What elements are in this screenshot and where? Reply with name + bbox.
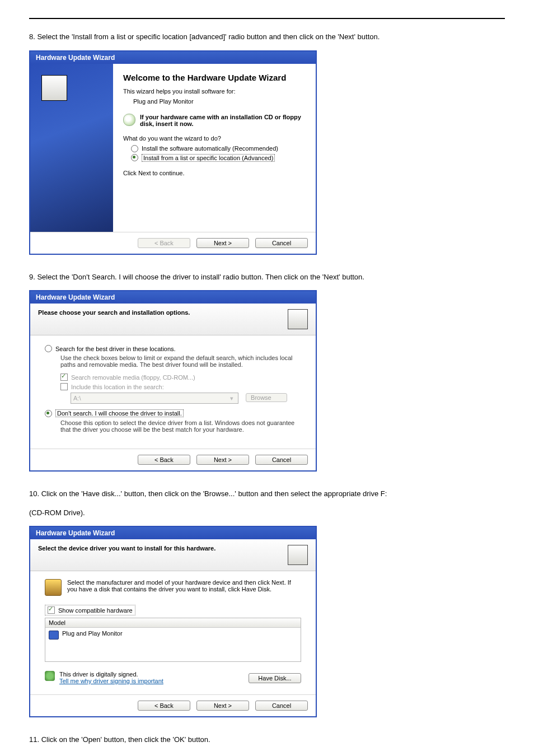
dialog-title: Hardware Update Wizard (30, 291, 316, 304)
model-list-item[interactable]: Plug and Play Monitor (45, 628, 301, 661)
radio-on-icon (131, 154, 138, 161)
wizard-heading: Welcome to the Hardware Update Wizard (123, 73, 306, 82)
hardware-wizard-dialog-3: Hardware Update Wizard Select the device… (29, 526, 317, 717)
wizard-question: What do you want the wizard to do? (123, 135, 306, 142)
checkbox-on-icon (60, 374, 68, 381)
next-button[interactable]: Next > (196, 238, 249, 248)
wizard-icon (41, 75, 67, 101)
dialog-title: Hardware Update Wizard (30, 527, 316, 539)
certificate-icon (45, 671, 55, 681)
hardware-wizard-dialog-1: Hardware Update Wizard Welcome to the Ha… (29, 50, 317, 255)
checkbox-show-compatible[interactable]: Show compatible hardware (45, 605, 135, 615)
dialog3-header: Select the device driver you want to ins… (38, 545, 216, 552)
cancel-button[interactable]: Cancel (255, 701, 308, 711)
checkbox-show-compatible-label: Show compatible hardware (58, 607, 133, 614)
location-path-input: A:\▾ (71, 393, 238, 404)
dialog-title: Hardware Update Wizard (30, 52, 316, 64)
wizard-note: If your hardware came with an installati… (140, 114, 306, 127)
wizard-sidebar (30, 64, 113, 232)
step-11: 11. Click on the 'Open' button, then cli… (29, 734, 505, 745)
wizard-continue-hint: Click Next to continue. (123, 170, 306, 176)
radio-dont-search[interactable]: Don't search. I will choose the driver t… (45, 409, 301, 417)
chevron-down-icon: ▾ (230, 393, 233, 403)
cd-icon (123, 114, 135, 126)
wizard-icon (288, 309, 308, 329)
step-9: 9. Select the 'Don't Search. I will choo… (29, 272, 505, 283)
have-disk-button[interactable]: Have Disk... (249, 673, 301, 683)
step-10b: (CD-ROM Drive). (29, 507, 505, 519)
back-button: < Back (138, 238, 190, 248)
radio-on-icon (45, 410, 52, 417)
radio-off-icon (45, 345, 52, 352)
radio-dont-search-label: Don't search. I will choose the driver t… (55, 409, 184, 417)
driver-signed-text: This driver is digitally signed. (59, 671, 163, 678)
checkbox-include-location: Include this location in the search: (60, 383, 301, 390)
back-button[interactable]: < Back (138, 455, 190, 465)
back-button[interactable]: < Back (138, 701, 190, 711)
checkbox-on-icon (48, 606, 55, 614)
model-list-item-label: Plug and Play Monitor (62, 630, 123, 637)
hardware-icon (45, 579, 62, 596)
wizard-icon (288, 545, 308, 565)
next-button[interactable]: Next > (196, 455, 249, 465)
model-column-header: Model (45, 618, 301, 628)
browse-button: Browse (246, 393, 287, 402)
cancel-button[interactable]: Cancel (255, 238, 308, 248)
radio-search-best[interactable]: Search for the best driver in these loca… (45, 345, 301, 352)
radio-auto-install[interactable]: Install the software automatically (Reco… (123, 145, 306, 152)
radio-auto-install-label: Install the software automatically (Reco… (142, 145, 278, 152)
step-10a: 10. Click on the 'Have disk...' button, … (29, 488, 505, 500)
wizard-device-name: Plug and Play Monitor (123, 98, 306, 105)
hardware-wizard-dialog-2: Hardware Update Wizard Please choose you… (29, 290, 317, 472)
dont-search-help: Choose this option to select the device … (60, 419, 301, 433)
checkbox-off-icon (60, 383, 68, 390)
model-list: Model Plug and Play Monitor (45, 618, 301, 662)
top-rule (29, 18, 505, 19)
checkbox-removable: Search removable media (floppy, CD-ROM..… (60, 374, 301, 381)
cancel-button[interactable]: Cancel (255, 455, 308, 465)
checkbox-include-location-label: Include this location in the search: (71, 384, 164, 390)
next-button[interactable]: Next > (196, 701, 249, 711)
checkbox-removable-label: Search removable media (floppy, CD-ROM..… (71, 374, 195, 381)
wizard-line-1: This wizard helps you install software f… (123, 88, 306, 95)
radio-list-location[interactable]: Install from a list or specific location… (123, 154, 306, 162)
signing-info-link[interactable]: Tell me why driver signing is important (59, 678, 163, 684)
dialog2-header: Please choose your search and installati… (38, 309, 190, 316)
radio-search-best-label: Search for the best driver in these loca… (55, 346, 176, 352)
step-12: 12. Select your monitor model and click … (29, 753, 505, 757)
radio-off-icon (131, 145, 138, 152)
dialog3-instruction: Select the manufacturer and model of you… (67, 579, 301, 592)
radio-list-location-label: Install from a list or specific location… (142, 154, 275, 162)
search-best-help: Use the check boxes below to limit or ex… (60, 354, 301, 368)
step-8: 8. Select the 'Install from a list or sp… (29, 31, 505, 43)
monitor-icon (49, 631, 59, 640)
